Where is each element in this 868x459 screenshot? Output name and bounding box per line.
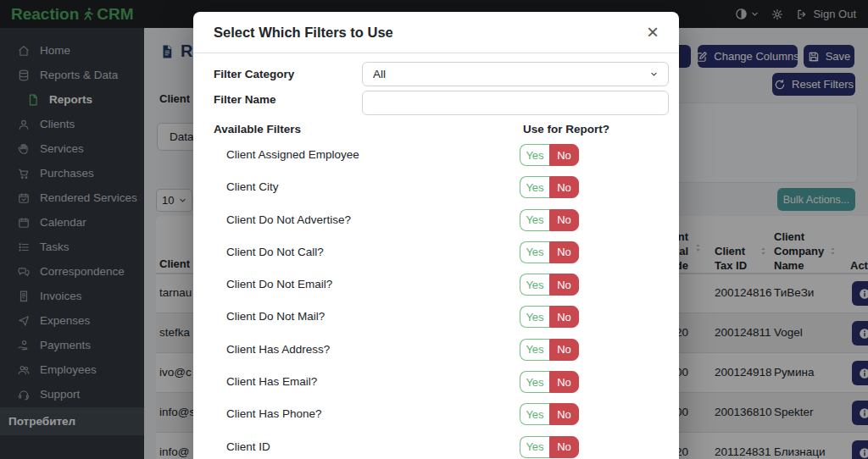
modal-title: Select Which Filters to Use	[214, 25, 393, 41]
filter-row: Client Has Phone? Yes No	[193, 398, 679, 430]
toggle-no-button[interactable]: No	[549, 144, 579, 166]
filter-name-text: Client Has Address?	[226, 343, 330, 356]
filters-modal: Select Which Filters to Use × Filter Cat…	[193, 12, 679, 459]
toggle-yes-button[interactable]: Yes	[520, 176, 549, 198]
toggle-no-button[interactable]: No	[549, 436, 579, 458]
filter-row: Client Do Not Mail? Yes No	[193, 301, 679, 333]
filter-category-label: Filter Category	[214, 68, 294, 80]
filter-name-text: Client Has Email?	[226, 375, 317, 388]
use-filter-toggle: Yes No	[520, 403, 579, 425]
filter-row: Client ID Yes No	[193, 431, 679, 459]
filter-category-select[interactable]: All	[362, 62, 669, 86]
use-filter-toggle: Yes No	[520, 241, 579, 263]
toggle-no-button[interactable]: No	[549, 371, 579, 393]
toggle-yes-button[interactable]: Yes	[520, 209, 549, 231]
toggle-yes-button[interactable]: Yes	[520, 371, 549, 393]
filter-name-text: Client Assigned Employee	[226, 148, 359, 161]
filter-name-text: Client Do Not Mail?	[226, 310, 325, 323]
toggle-no-button[interactable]: No	[549, 241, 579, 263]
toggle-yes-button[interactable]: Yes	[520, 339, 549, 361]
toggle-yes-button[interactable]: Yes	[520, 274, 549, 296]
filter-row: Client Assigned Employee Yes No	[193, 139, 679, 171]
use-filter-toggle: Yes No	[520, 144, 579, 166]
available-filters-header: Available Filters	[214, 123, 301, 135]
filter-name-text: Client Do Not Email?	[226, 278, 332, 290]
toggle-yes-button[interactable]: Yes	[520, 144, 549, 166]
filter-row: Client Do Not Advertise? Yes No	[193, 204, 679, 236]
modal-header: Select Which Filters to Use ×	[193, 12, 679, 53]
use-filter-toggle: Yes No	[520, 209, 579, 231]
use-filter-toggle: Yes No	[520, 371, 579, 393]
filter-name-text: Client Has Phone?	[226, 407, 322, 420]
toggle-no-button[interactable]: No	[549, 339, 579, 361]
filter-name-text: Client Do Not Call?	[226, 246, 324, 258]
filter-row: Client Do Not Email? Yes No	[193, 268, 679, 301]
close-icon[interactable]: ×	[647, 22, 659, 42]
filter-row: Client City Yes No	[193, 171, 679, 203]
filter-row: Client Has Address? Yes No	[193, 334, 679, 366]
filter-name-label: Filter Name	[214, 93, 276, 106]
filter-name-text: Client Do Not Advertise?	[226, 213, 351, 226]
use-filter-toggle: Yes No	[520, 306, 579, 328]
toggle-yes-button[interactable]: Yes	[520, 436, 549, 458]
use-for-report-header: Use for Report?	[523, 123, 609, 135]
toggle-yes-button[interactable]: Yes	[520, 241, 549, 263]
toggle-no-button[interactable]: No	[549, 274, 579, 296]
filter-name-text: Client City	[226, 180, 279, 193]
filter-name-text: Client ID	[226, 440, 270, 453]
toggle-no-button[interactable]: No	[549, 209, 579, 231]
chevron-down-icon	[650, 70, 658, 78]
filter-row: Client Do Not Call? Yes No	[193, 236, 679, 268]
toggle-yes-button[interactable]: Yes	[520, 403, 549, 425]
filter-list: Client Assigned Employee Yes No Client C…	[193, 139, 679, 459]
toggle-no-button[interactable]: No	[549, 176, 579, 198]
use-filter-toggle: Yes No	[520, 339, 579, 361]
toggle-no-button[interactable]: No	[549, 306, 579, 328]
toggle-yes-button[interactable]: Yes	[520, 306, 549, 328]
toggle-no-button[interactable]: No	[549, 403, 579, 425]
use-filter-toggle: Yes No	[520, 436, 579, 458]
filter-category-value: All	[373, 68, 386, 80]
use-filter-toggle: Yes No	[520, 274, 579, 296]
filter-row: Client Has Email? Yes No	[193, 366, 679, 398]
filter-name-input[interactable]	[362, 91, 669, 115]
use-filter-toggle: Yes No	[520, 176, 579, 198]
